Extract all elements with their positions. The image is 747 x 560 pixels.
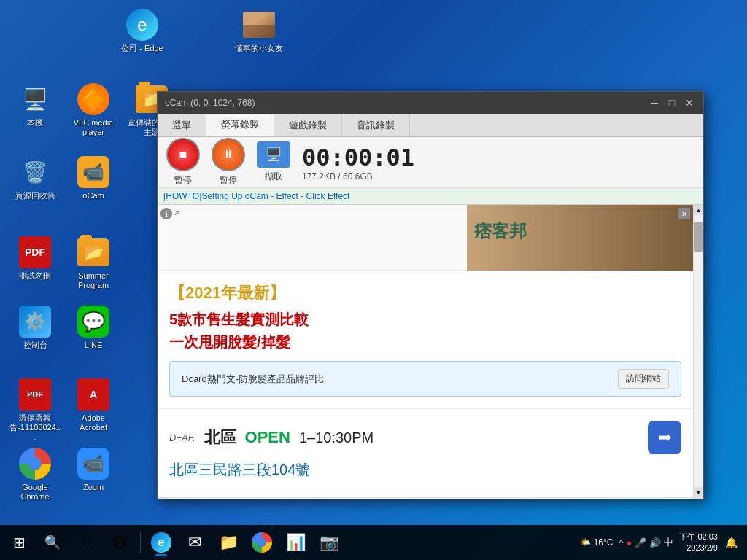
pause2-label: 暫停	[220, 174, 237, 187]
line-app-icon: 💬	[77, 306, 109, 338]
close-button[interactable]: ✕	[683, 96, 696, 109]
horizontal-scrollbar: ◄ ►	[158, 497, 703, 499]
ad-cta-source: Dcard熱門文-防脫髮產品品牌評比	[182, 373, 324, 386]
desktop-icon-vlc[interactable]: 🔶 VLC media player	[64, 80, 123, 140]
summer-icon: 📂	[77, 236, 109, 268]
scroll-thumb[interactable]	[694, 222, 703, 252]
desktop-icon-adobe[interactable]: A Adobe Acrobat	[64, 376, 123, 435]
desktop-icon-control[interactable]: ⚙️ 控制台	[6, 303, 64, 353]
taskbar-mail[interactable]: ✉	[179, 526, 211, 559]
taskbar: ⊞ 🔍 ○ ⧉ e ✉ 📁 📊 📷 🌤️ 16°C ^ ● 🎤 🔊 中	[0, 525, 747, 560]
control-icon: ⚙️	[19, 306, 51, 338]
vlc-icon: 🔶	[77, 83, 109, 115]
systray-language[interactable]: 中	[664, 536, 673, 549]
desktop-icon-test[interactable]: PDF 測試勿刪	[6, 233, 64, 284]
clock-date: 2023/2/9	[679, 542, 718, 553]
test-icon: PDF	[19, 236, 51, 268]
scroll-up-button[interactable]: ▲	[694, 205, 704, 215]
taskbar-edge[interactable]: e	[145, 526, 177, 559]
desktop-icon-zoom[interactable]: 📹 Zoom	[64, 445, 123, 495]
browser-body: ℹ ✕ 痞客邦 ✕ 【2021年最新】	[158, 205, 703, 497]
notification-button[interactable]: 🔔	[724, 535, 738, 550]
map-open-status: OPEN	[245, 428, 290, 447]
env-report-label: 環保署報告-11108024...	[9, 413, 61, 443]
pause-icon: ⏸	[212, 138, 245, 171]
ocam-label: oCam	[82, 191, 104, 201]
capture-icon: 🖥️	[257, 141, 290, 168]
desktop-icon-summer[interactable]: 📂 Summer Program	[64, 233, 123, 293]
pause-button[interactable]: ⏸ 暫停	[212, 138, 245, 187]
tab-menu[interactable]: 選單	[158, 114, 206, 136]
taskbar-systray: ^ ● 🎤 🔊 中	[619, 536, 673, 549]
tab-screen-record[interactable]: 螢幕錄製	[206, 114, 274, 136]
scroll-right-button[interactable]: ►	[693, 498, 703, 499]
maximize-button[interactable]: □	[665, 96, 678, 109]
ad-cta-box: Dcard熱門文-防脫髮產品品牌評比 訪問網站	[169, 361, 681, 397]
taskbar-clock[interactable]: 下午 02:03 2023/2/9	[679, 532, 718, 554]
systray-mic-icon: 🎤	[635, 537, 646, 548]
desktop-icon-edge[interactable]: e 公司 - Edge	[113, 6, 171, 56]
map-address: 北區三民路三段104號	[169, 460, 681, 480]
line-label: LINE	[85, 341, 102, 350]
desktop-icon-photo[interactable]: 懂事的小女友	[230, 6, 288, 56]
env-report-icon: PDF	[19, 378, 51, 411]
chrome-label: Google Chrome	[9, 483, 61, 502]
taskbar-cortana[interactable]: ○	[70, 526, 102, 559]
start-button[interactable]: ⊞	[3, 526, 35, 559]
map-header: D+AF. 北區 OPEN 1–10:30PM ➡	[169, 421, 681, 454]
taskbar-right: 🌤️ 16°C ^ ● 🎤 🔊 中 下午 02:03 2023/2/9 🔔	[580, 532, 744, 554]
scroll-left-button[interactable]: ◄	[158, 498, 168, 499]
window-tabs: 選單 螢幕錄製 遊戲錄製 音訊錄製	[158, 114, 703, 137]
timer-display: 00:00:01	[302, 144, 414, 171]
brand-text: 痞客邦	[474, 219, 527, 243]
desktop-icon-chrome[interactable]: Google Chrome	[6, 445, 64, 505]
window-toolbar: ■ 暫停 ⏸ 暫停 🖥️ 擷取 00:00:01 177.2KB / 60.6G…	[158, 137, 703, 188]
recycle-icon: 🗑️	[19, 156, 51, 188]
photo-label: 懂事的小女友	[235, 44, 283, 53]
desktop-icon-ocam[interactable]: 📹 oCam	[64, 153, 123, 203]
taskbar-powerpoint[interactable]: 📊	[279, 526, 311, 559]
systray-record-icon: ●	[627, 537, 632, 548]
ad-sub2: 一次甩開脫髮/掉髮	[169, 332, 681, 352]
tab-game-record[interactable]: 遊戲錄製	[274, 114, 342, 136]
taskbar-weather[interactable]: 🌤️ 16°C	[580, 537, 614, 548]
chrome-desktop-icon	[19, 448, 51, 480]
search-button[interactable]: 🔍	[36, 526, 69, 559]
systray-expand[interactable]: ^	[619, 537, 623, 548]
desktop-icon-line[interactable]: 💬 LINE	[64, 303, 123, 353]
desktop-icon-recycle[interactable]: 🗑️ 資源回收筒	[6, 153, 64, 203]
control-label: 控制台	[23, 341, 47, 350]
window-content: [HOWTO]Setting Up oCam - Effect - Click …	[158, 188, 703, 499]
adobe-icon: A	[77, 378, 109, 411]
desktop: e 公司 - Edge 懂事的小女友 🖥️ 本機 🔶 VLC media pla…	[0, 0, 747, 525]
computer-label: 本機	[27, 118, 43, 128]
taskbar-photos[interactable]: 📷	[313, 526, 345, 559]
map-navigate-button[interactable]: ➡	[648, 421, 681, 454]
recycle-label: 資源回收筒	[15, 191, 55, 201]
ad-close-left[interactable]: ✕	[174, 208, 181, 218]
stop-button[interactable]: ■ 暫停	[166, 138, 200, 187]
minimize-button[interactable]: ─	[648, 96, 661, 109]
ad-top-close[interactable]: ✕	[678, 208, 690, 219]
pause1-label: 暫停	[174, 174, 192, 187]
adobe-label: Adobe Acrobat	[67, 413, 120, 432]
taskbar-task-view[interactable]: ⧉	[104, 526, 136, 559]
zoom-label: Zoom	[83, 483, 104, 492]
scroll-down-button[interactable]: ▼	[694, 487, 704, 497]
taskbar-file-explorer[interactable]: 📁	[212, 526, 244, 559]
clock-time: 下午 02:03	[679, 532, 718, 542]
tab-audio-record[interactable]: 音訊錄製	[342, 114, 410, 136]
storage-info: 177.2KB / 60.6GB	[302, 171, 414, 182]
ad-sub-text: 5款市售生髮實測比較	[169, 310, 681, 330]
ad-info-icon: ℹ	[160, 208, 172, 219]
stop-icon: ■	[166, 138, 200, 171]
capture-button[interactable]: 🖥️ 擷取	[257, 141, 290, 183]
systray-volume-icon[interactable]: 🔊	[649, 537, 661, 548]
taskbar-chrome[interactable]	[246, 526, 278, 559]
desktop-icon-computer[interactable]: 🖥️ 本機	[6, 80, 64, 131]
computer-icon: 🖥️	[19, 83, 51, 115]
ad-cta-button[interactable]: 訪問網站	[618, 369, 669, 389]
h-scroll-track	[168, 498, 693, 499]
map-logo: D+AF.	[169, 432, 196, 443]
desktop-icon-env-report[interactable]: PDF 環保署報告-11108024...	[6, 376, 64, 446]
